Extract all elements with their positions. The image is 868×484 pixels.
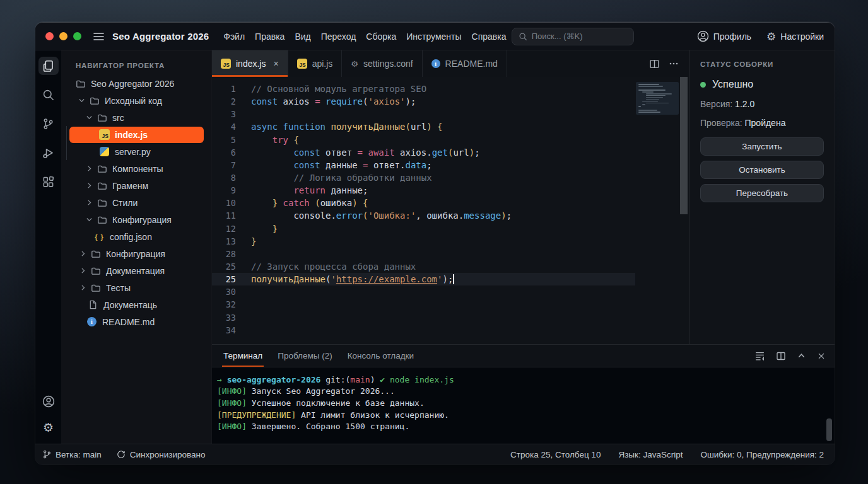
code-line: 11 console.error('Ошибка:', ошибка.messa… [212, 209, 689, 222]
menu-item-6[interactable]: Инструменты [401, 28, 466, 45]
chevron-down-icon [76, 96, 86, 106]
tree-item[interactable]: { }config.json [61, 228, 211, 245]
minimize-window-button[interactable] [59, 32, 67, 40]
terminal-line: [ИНФО] Запуск Seo Aggregator 2026... [217, 386, 835, 398]
code-line: 33 [212, 311, 689, 324]
folder-icon [90, 248, 101, 259]
code-text: async function получитьДанные(url) { [241, 122, 443, 132]
editor-tab-api-js[interactable]: JSapi.js [288, 50, 343, 77]
tree-item[interactable]: Исходный код [61, 92, 211, 109]
tree-item[interactable]: Документаць [61, 296, 211, 313]
tree-item[interactable]: Конфигурация [61, 245, 211, 262]
activity-item-account[interactable] [38, 392, 59, 410]
file-tree: Seo Aggregator 2026Исходный кодsrcJSinde… [61, 75, 211, 330]
terminal-panel: ТерминалПроблемы (2)Консоль отладки → se… [212, 344, 835, 444]
menu-item-1[interactable]: Фэйл [218, 28, 250, 45]
search-icon [519, 32, 527, 41]
activity-item-search[interactable] [38, 86, 59, 104]
terminal-scrollbar[interactable] [826, 418, 832, 441]
tree-item[interactable]: Seo Aggregator 2026 [61, 75, 211, 92]
tree-item-label: Документация [106, 266, 165, 276]
close-window-button[interactable] [45, 32, 54, 40]
tree-item[interactable]: src [61, 109, 211, 126]
collapse-panel-icon[interactable] [797, 351, 806, 360]
app-title: Seo Aggregator 2026 [112, 31, 209, 42]
minimap[interactable] [636, 82, 679, 115]
build-status-panel: СТАТУС СОБОРКИ Успешно Версия: 1.2.0 Про… [689, 50, 835, 344]
editor-tab-index-js[interactable]: JSindex.js× [212, 50, 288, 77]
settings-button[interactable]: ⚙ Настройки [766, 30, 824, 43]
close-panel-icon[interactable] [817, 352, 826, 360]
tree-item[interactable]: server.py [61, 143, 211, 160]
code-text: получитьДанные('https://example.com'); [241, 274, 454, 284]
line-number: 28 [212, 249, 241, 259]
folder-icon [75, 78, 86, 89]
line-number: 1 [212, 84, 241, 94]
terminal-tab-2[interactable]: Проблемы (2) [270, 345, 339, 367]
tree-item[interactable]: Граменм [61, 177, 211, 194]
activity-item-extensions[interactable] [38, 173, 59, 191]
tree-item[interactable]: Стили [61, 194, 211, 211]
menu-item-2[interactable]: Правка [250, 28, 290, 45]
code-line: 28 [212, 248, 689, 260]
code-line: 8 // Логика обработки данных [212, 171, 689, 184]
editor-scrollbar[interactable] [680, 77, 688, 214]
activity-item-run-debug[interactable] [38, 144, 59, 162]
hamburger-menu-icon[interactable] [93, 32, 104, 41]
activity-item-settings[interactable]: ⚙ [38, 418, 59, 436]
tree-guide-line [66, 143, 67, 160]
menu-item-4[interactable]: Переход [316, 28, 361, 45]
editor-tab-README-md[interactable]: iREADME.md [423, 50, 507, 77]
readme-info-icon: i [431, 59, 440, 68]
branch-status[interactable]: Ветка: main [43, 450, 102, 459]
cursor-position[interactable]: Строка 25, Столбец 10 [510, 450, 601, 459]
tree-item[interactable]: Документация [61, 262, 211, 279]
terminal-output[interactable]: → seo-aggregator-2026 git:(main) ✔ node … [212, 367, 835, 444]
line-number: 25 [212, 262, 241, 272]
tab-label: settings.conf [363, 59, 413, 69]
menu-item-7[interactable]: Справка [467, 28, 512, 45]
folder-icon [97, 197, 107, 208]
maximize-window-button[interactable] [73, 32, 81, 40]
stop-button[interactable]: Остановить [700, 161, 824, 179]
language-mode[interactable]: Язык: JavaScript [618, 450, 683, 459]
activity-item-source-control[interactable] [38, 115, 59, 133]
line-number: 5 [212, 135, 241, 145]
problems-status[interactable]: Ошибки: 0, Предупреждения: 2 [700, 450, 824, 459]
code-line: 32 [212, 298, 689, 311]
code-text: // Логика обработки данных [241, 173, 432, 183]
sync-status[interactable]: Синхронизировано [117, 450, 206, 459]
split-terminal-icon[interactable] [776, 351, 786, 361]
activity-item-files[interactable] [38, 57, 59, 75]
editor-tab-settings-conf[interactable]: ⚙settings.conf [342, 50, 422, 77]
line-number: 2 [212, 96, 241, 107]
code-text: } [241, 236, 256, 246]
more-actions-icon[interactable] [669, 59, 679, 69]
user-icon [697, 30, 709, 42]
line-number: 12 [212, 224, 241, 234]
tree-item[interactable]: JSindex.js [61, 126, 211, 143]
profile-button[interactable]: Профиль [697, 30, 751, 42]
terminal-tab-3[interactable]: Консоль отладки [340, 345, 421, 367]
output-list-icon[interactable] [754, 350, 765, 361]
folder-icon [97, 214, 107, 225]
line-number: 25 [212, 274, 241, 284]
menubar: ФэйлПравкаВидПереходСборкаИнструментыСпр… [218, 28, 511, 45]
rebuild-button[interactable]: Пересобрать [700, 184, 824, 202]
split-editor-icon[interactable] [649, 59, 660, 69]
menu-item-5[interactable]: Сборка [361, 28, 401, 45]
tree-item[interactable]: Конфигурация [61, 211, 211, 228]
tree-item[interactable]: Тесты [61, 279, 211, 296]
activity-bar: ⚙ [35, 50, 61, 444]
tree-item-label: config.json [110, 232, 152, 242]
tab-close-icon[interactable]: × [273, 59, 278, 69]
tree-item-label: README.md [102, 317, 155, 327]
code-editor[interactable]: 1// Основной модуль агрегатора SEO2const… [212, 77, 689, 344]
run-button[interactable]: Запустить [700, 137, 824, 156]
tree-item[interactable]: iREADME.md [61, 313, 211, 330]
tree-item-label: Компоненты [112, 164, 163, 174]
search-input[interactable]: Поиск... (⌘K) [512, 28, 634, 45]
terminal-tab-1[interactable]: Терминал [216, 345, 270, 367]
tree-item[interactable]: Компоненты [61, 160, 211, 177]
menu-item-3[interactable]: Вид [290, 28, 315, 45]
